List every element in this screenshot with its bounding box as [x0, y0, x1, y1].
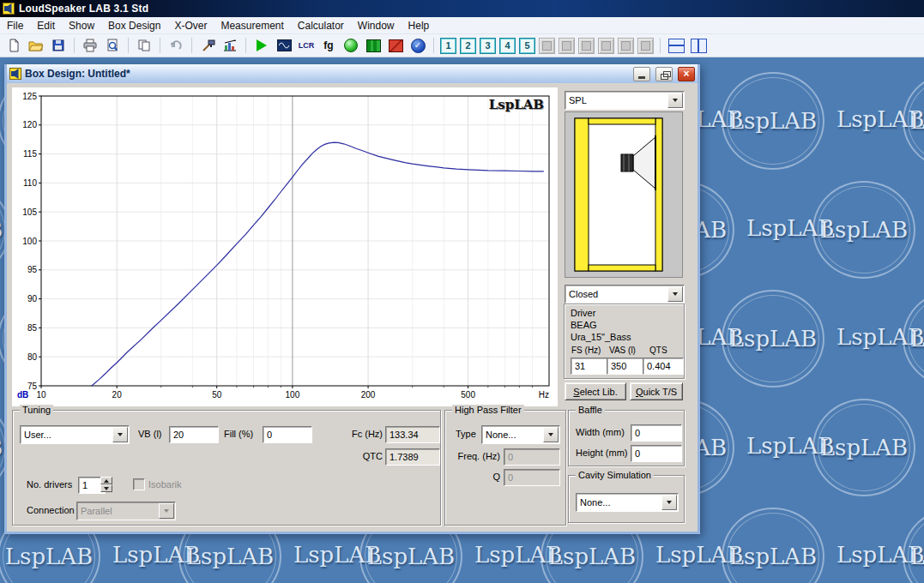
- baffle-height-input[interactable]: 0: [631, 445, 682, 462]
- window-5-button[interactable]: 5: [519, 38, 535, 54]
- box-diagram-panel: [565, 111, 683, 278]
- spl-chart-panel: 1251201151101051009590858075102050100200…: [12, 87, 558, 406]
- menu-show[interactable]: Show: [62, 18, 101, 33]
- fill-label: Fill (%): [224, 429, 253, 439]
- measurement-button[interactable]: [220, 36, 240, 55]
- dropdown-button[interactable]: [667, 286, 683, 302]
- green-analysis-button[interactable]: [363, 36, 383, 55]
- menu-window[interactable]: Window: [351, 18, 402, 33]
- red-analysis-button[interactable]: [385, 36, 406, 55]
- cavity-combobox[interactable]: None...: [576, 493, 679, 512]
- toolbar-separator: [74, 38, 75, 53]
- copy-button[interactable]: [134, 36, 154, 55]
- undo-button[interactable]: [166, 36, 186, 55]
- new-document-icon: [7, 39, 21, 52]
- dropdown-button[interactable]: [112, 427, 128, 442]
- dropdown-button[interactable]: [661, 495, 677, 510]
- chevron-down-icon: [118, 433, 123, 436]
- fs-value-field: 31: [571, 358, 608, 375]
- minimize-button[interactable]: [633, 67, 650, 81]
- svg-text:200: 200: [361, 390, 376, 400]
- svg-text:90: 90: [27, 294, 38, 304]
- tile-vertical-icon: [691, 39, 707, 53]
- stepper-down-button[interactable]: [100, 484, 112, 492]
- save-button[interactable]: [48, 36, 69, 55]
- blue-check-icon: ✓: [411, 39, 426, 53]
- window-4-button[interactable]: 4: [499, 38, 516, 54]
- hpf-group-label: High Pass Filter: [452, 405, 524, 415]
- menu-file[interactable]: File: [0, 18, 30, 33]
- tools-button[interactable]: [197, 36, 218, 55]
- svg-text:80: 80: [27, 352, 38, 362]
- play-button[interactable]: [251, 36, 272, 55]
- fg-button[interactable]: fg: [318, 36, 339, 55]
- tuning-mode-value: User...: [21, 430, 112, 440]
- svg-text:LspLAB: LspLAB: [489, 97, 544, 112]
- window-2-button[interactable]: 2: [460, 38, 476, 54]
- lcr-button[interactable]: LCR: [296, 36, 317, 55]
- toolbar-separator: [245, 38, 246, 53]
- svg-text:10: 10: [36, 390, 46, 400]
- window-3-button[interactable]: 3: [480, 38, 496, 54]
- svg-text:dB: dB: [17, 390, 28, 400]
- select-lib-button[interactable]: Select Lib.: [565, 382, 626, 400]
- svg-text:100: 100: [22, 237, 37, 246]
- fill-input[interactable]: 0: [263, 426, 312, 443]
- box-type-combobox[interactable]: Closed: [565, 285, 685, 304]
- new-button[interactable]: [3, 36, 24, 55]
- baffle-width-label: Width (mm): [576, 427, 625, 437]
- app-titlebar[interactable]: LoudSpeaker LAB 3.1 Std: [0, 0, 924, 17]
- dropdown-button[interactable]: [667, 93, 683, 108]
- driver-brand: BEAG: [571, 320, 597, 330]
- toolbar-separator: [128, 38, 129, 53]
- hpf-freq-input: 0: [504, 448, 560, 466]
- chevron-up-icon: [104, 479, 109, 483]
- cavity-group-label: Cavity Simulation: [576, 470, 654, 480]
- signal-button[interactable]: [274, 36, 294, 55]
- svg-text:110: 110: [23, 178, 37, 188]
- vb-input[interactable]: 20: [169, 426, 219, 443]
- stepper-up-button[interactable]: [100, 477, 112, 484]
- baffle-width-input[interactable]: 0: [631, 424, 682, 442]
- tile-vertical-button[interactable]: [688, 36, 709, 55]
- no-drivers-label: No. drivers: [27, 479, 72, 490]
- baffle-group-label: Baffle: [576, 405, 605, 415]
- menu-box-design[interactable]: Box Design: [101, 18, 167, 33]
- graph-type-combobox[interactable]: SPL: [565, 91, 685, 110]
- green-chart-icon: [366, 39, 381, 52]
- quick-ts-button[interactable]: Quick T/S: [630, 382, 683, 400]
- window-slot-button: [637, 38, 654, 54]
- hpf-q-input: 0: [504, 469, 560, 486]
- menu-edit[interactable]: Edit: [30, 18, 62, 33]
- tile-horizontal-button[interactable]: [666, 36, 686, 55]
- menu-measurement[interactable]: Measurement: [214, 18, 290, 33]
- chevron-down-icon: [673, 99, 678, 102]
- window-title: Box Design: Untitled*: [25, 68, 628, 80]
- chevron-down-icon: [667, 501, 672, 504]
- window-slot-button: [539, 38, 555, 54]
- window-1-button[interactable]: 1: [440, 38, 456, 54]
- sphere-button[interactable]: [341, 36, 361, 55]
- menu-calculator[interactable]: Calculator: [291, 18, 351, 33]
- hpf-type-combobox[interactable]: None...: [481, 425, 560, 444]
- open-button[interactable]: [26, 36, 46, 55]
- desktop-watermark-tile: LspLABLspLAB: [811, 176, 924, 289]
- undo-icon: [169, 39, 183, 52]
- restore-button[interactable]: [655, 67, 673, 81]
- menu-x-over[interactable]: X-Over: [167, 18, 214, 33]
- tuning-mode-combobox[interactable]: User...: [20, 425, 130, 444]
- check-button[interactable]: ✓: [408, 36, 428, 55]
- print-icon: [82, 39, 98, 52]
- chevron-down-icon: [164, 509, 169, 513]
- qts-header: QTS: [649, 346, 667, 355]
- print-button[interactable]: [80, 36, 100, 55]
- desktop-watermark-tile: LspLABLspLAB: [901, 502, 924, 583]
- print-preview-button[interactable]: [102, 36, 123, 55]
- copy-icon: [137, 39, 151, 52]
- isobarik-checkbox[interactable]: [133, 478, 145, 490]
- box-type-value: Closed: [565, 289, 667, 299]
- dropdown-button[interactable]: [543, 427, 559, 442]
- menu-help[interactable]: Help: [402, 18, 437, 33]
- close-button[interactable]: [678, 67, 695, 81]
- box-design-titlebar[interactable]: Box Design: Untitled*: [7, 64, 698, 84]
